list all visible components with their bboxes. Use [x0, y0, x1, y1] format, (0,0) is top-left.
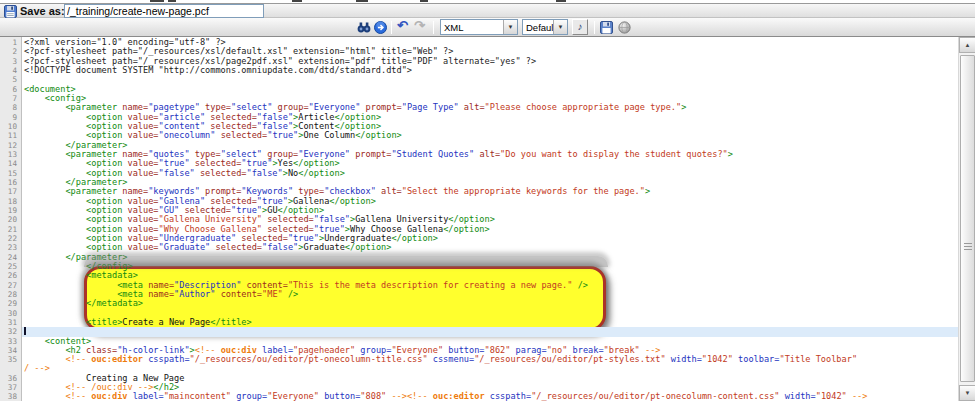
code-line[interactable]: 6<document>	[0, 85, 958, 94]
toolbar-separator	[433, 21, 434, 34]
line-number: 13	[0, 150, 22, 159]
scroll-up-button[interactable]: ▲	[959, 37, 975, 53]
code-line[interactable]: 38 <!-- ouc:div label="maincontent" grou…	[0, 392, 958, 401]
code-text: </metadata>	[22, 299, 958, 308]
line-number: 15	[0, 169, 22, 178]
line-number: 10	[0, 122, 22, 131]
line-number: 4	[0, 66, 22, 75]
go-icon[interactable]	[374, 21, 387, 34]
scrollbar-thumb[interactable]	[960, 55, 975, 382]
line-number: 20	[0, 215, 22, 224]
code-text: <option value="onecolumn" selected="true…	[22, 131, 958, 140]
theme-select-value: Default	[526, 22, 556, 33]
syntax-select-value: XML	[444, 22, 464, 33]
line-number: 1	[0, 38, 22, 47]
line-number: 35	[0, 355, 22, 364]
code-text: <!-- ouc:div label="maincontent" group="…	[22, 392, 958, 401]
save-icon[interactable]	[600, 21, 613, 34]
line-number: 21	[0, 225, 22, 234]
line-number: 23	[0, 243, 22, 252]
line-number: 17	[0, 187, 22, 196]
code-line[interactable]: 28 <meta name="Author" content="ME" />	[0, 290, 958, 299]
line-number: 5	[0, 75, 22, 84]
scrollbar-grip	[964, 243, 972, 250]
line-number: 29	[0, 299, 22, 308]
line-number: 33	[0, 337, 22, 346]
code-line[interactable]: 4<!DOCTYPE document SYSTEM "http://commo…	[0, 66, 958, 75]
code-line[interactable]: 11 <option value="onecolumn" selected="t…	[0, 131, 958, 140]
code-text: <option value="Graduate" selected="false…	[22, 243, 958, 252]
code-line[interactable]: 32	[0, 327, 958, 336]
save-as-icon	[4, 5, 17, 18]
line-number: 25	[0, 262, 22, 271]
code-text: <document>	[22, 85, 958, 94]
code-text: <!DOCTYPE document SYSTEM "http://common…	[22, 66, 958, 75]
line-number: 38	[0, 392, 22, 401]
vertical-scrollbar[interactable]: ▲ ▼	[958, 37, 975, 401]
line-number: 37	[0, 383, 22, 392]
code-text: <!-- ouc:editor csspath="/_resources/ou/…	[22, 355, 958, 364]
line-number: 2	[0, 47, 22, 56]
line-number: 19	[0, 206, 22, 215]
scroll-down-button[interactable]: ▼	[959, 385, 975, 401]
syntax-select[interactable]: XML ▼	[440, 19, 518, 35]
find-icon[interactable]	[357, 21, 371, 34]
code-text: <option value="false" selected="false">N…	[22, 169, 958, 178]
code-text: <meta name="Author" content="ME" />	[22, 290, 958, 299]
redo-icon[interactable]: ↷	[414, 19, 425, 33]
line-number: 7	[0, 94, 22, 103]
save-as-bar: Save as:	[0, 3, 975, 18]
code-line[interactable]: 15 <option value="false" selected="false…	[0, 169, 958, 178]
line-number: 18	[0, 197, 22, 206]
line-number: 28	[0, 290, 22, 299]
toolbar-separator	[391, 21, 392, 34]
code-line[interactable]: 29 </metadata>	[0, 299, 958, 308]
code-text	[22, 327, 958, 336]
chevron-down-icon[interactable]: ▼	[553, 20, 567, 34]
line-number: 12	[0, 141, 22, 150]
line-number: 3	[0, 57, 22, 66]
code-text	[22, 75, 958, 84]
theme-select[interactable]: Default ▼	[522, 19, 568, 35]
line-number: 16	[0, 178, 22, 187]
editor-toolbar: ↶ ↷ XML ▼ Default ▼ ♪	[0, 18, 975, 37]
globe-icon[interactable]	[618, 21, 631, 34]
code-rows: 1<?xml version="1.0" encoding="utf-8" ?>…	[0, 38, 958, 401]
line-number: 14	[0, 159, 22, 168]
source-editor-window: Save as: ↶ ↷ XML ▼	[0, 0, 975, 401]
code-line[interactable]: 5	[0, 75, 958, 84]
line-number: 9	[0, 113, 22, 122]
line-number: 22	[0, 234, 22, 243]
line-number: 32	[0, 327, 22, 336]
code-line[interactable]: 31 <title>Create a New Page</title>	[0, 318, 958, 327]
line-number: 11	[0, 131, 22, 140]
undo-icon[interactable]: ↶	[397, 19, 408, 33]
code-editor-area[interactable]: 1<?xml version="1.0" encoding="utf-8" ?>…	[0, 37, 975, 401]
toolbar-separator	[594, 21, 595, 34]
save-as-label: Save as:	[20, 5, 65, 17]
line-number: 36	[0, 374, 22, 383]
line-number: 26	[0, 271, 22, 280]
line-number: 6	[0, 85, 22, 94]
line-number: 31	[0, 318, 22, 327]
code-line[interactable]: 35 <!-- ouc:editor csspath="/_resources/…	[0, 355, 958, 364]
text-cursor	[24, 327, 26, 335]
line-number: 27	[0, 281, 22, 290]
line-number: 34	[0, 346, 22, 355]
line-number: 24	[0, 253, 22, 262]
note-toggle-button[interactable]: ♪	[572, 19, 588, 35]
save-as-path-input[interactable]	[64, 4, 264, 18]
line-number: 30	[0, 309, 22, 318]
line-number	[0, 364, 22, 373]
chevron-down-icon[interactable]: ▼	[503, 20, 517, 34]
callout-shadow	[84, 256, 608, 267]
code-text: <title>Create a New Page</title>	[22, 318, 958, 327]
code-line[interactable]: 23 <option value="Graduate" selected="fa…	[0, 243, 958, 252]
line-number: 8	[0, 103, 22, 112]
